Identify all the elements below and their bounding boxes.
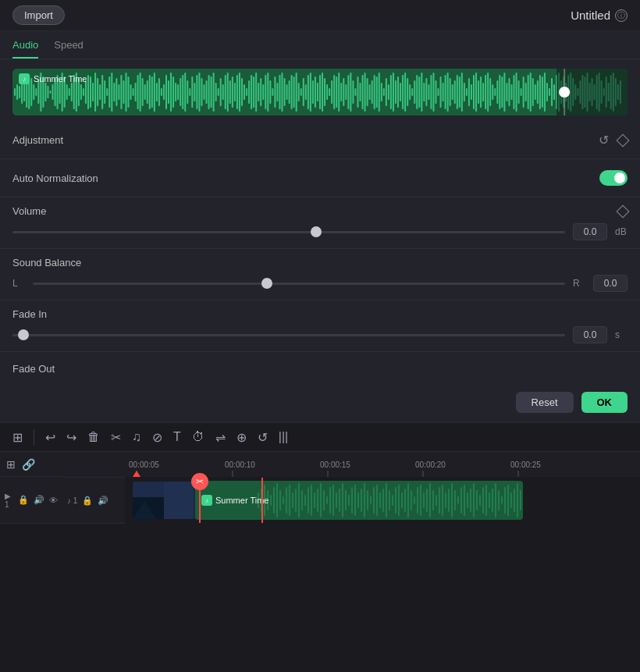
grid-icon[interactable]: ⊞	[12, 430, 23, 445]
text-icon[interactable]: T	[173, 430, 181, 444]
svg-rect-340	[448, 489, 450, 512]
svg-rect-216	[521, 88, 522, 96]
volume-value[interactable]: 0.0	[573, 223, 607, 240]
reset-button[interactable]: Reset	[516, 392, 574, 413]
rewind-icon[interactable]: ↺	[258, 430, 268, 445]
svg-rect-213	[514, 75, 515, 109]
svg-rect-88	[218, 88, 219, 96]
waveform-container[interactable]: ♪ Summer Time // Generate waveform bars …	[12, 69, 628, 116]
svg-rect-356	[498, 490, 500, 510]
fade-in-slider[interactable]	[12, 334, 565, 336]
adjust-icon[interactable]: ⇌	[215, 430, 226, 445]
svg-text:00:00:10: 00:00:10	[225, 460, 255, 469]
svg-rect-346	[467, 492, 468, 508]
volume-thumb[interactable]	[311, 226, 322, 237]
svg-rect-69	[172, 76, 174, 108]
svg-rect-41	[106, 88, 108, 96]
svg-rect-151	[367, 78, 368, 106]
svg-rect-294	[304, 495, 306, 506]
svg-rect-121	[296, 73, 297, 112]
svg-rect-324	[398, 485, 400, 516]
keyframe-icon[interactable]	[617, 133, 630, 147]
svg-rect-146	[354, 88, 356, 96]
svg-rect-49	[125, 73, 126, 112]
svg-rect-195	[471, 84, 472, 100]
svg-rect-96	[236, 75, 238, 109]
info-icon[interactable]: ⓘ	[615, 9, 628, 22]
waveform-icon[interactable]: |||	[279, 430, 288, 444]
svg-rect-334	[429, 483, 431, 517]
svg-rect-190	[459, 76, 460, 108]
cut-icon[interactable]: ✂	[111, 430, 121, 445]
auto-normalization-row: Auto Normalization	[0, 162, 640, 194]
svg-rect-144	[350, 73, 351, 112]
video-lock-icon[interactable]: 🔒	[18, 495, 29, 505]
link-icon[interactable]: ⊘	[152, 430, 162, 445]
timer-icon[interactable]: ⏱	[192, 430, 204, 444]
auto-normalization-toggle[interactable]	[599, 170, 628, 186]
import-button[interactable]: Import	[12, 5, 65, 25]
balance-value[interactable]: 0.0	[593, 275, 628, 292]
audio-lock-icon[interactable]: 🔒	[82, 496, 93, 506]
balance-slider[interactable]	[33, 283, 565, 285]
balance-thumb[interactable]	[261, 278, 272, 289]
audio-clip[interactable]: ♪ Summer Time	[195, 481, 523, 520]
tab-bar: Audio Speed	[0, 31, 640, 59]
video-eye-icon[interactable]: 👁	[49, 496, 58, 505]
svg-rect-158	[383, 88, 385, 96]
svg-rect-54	[137, 75, 139, 109]
svg-rect-36	[94, 73, 96, 112]
svg-rect-113	[276, 83, 278, 101]
svg-rect-122	[298, 83, 300, 101]
svg-rect-25	[69, 88, 70, 96]
audio-icon[interactable]: ♫	[132, 430, 141, 444]
tab-audio[interactable]: Audio	[12, 39, 38, 59]
svg-rect-162	[393, 73, 394, 112]
svg-rect-134	[326, 84, 328, 100]
audio-speaker-icon[interactable]: 🔊	[98, 496, 108, 506]
svg-rect-189	[457, 75, 458, 109]
svg-rect-176	[425, 78, 427, 106]
svg-rect-137	[333, 75, 335, 109]
overlay-icon[interactable]: ⊕	[236, 430, 247, 445]
fade-in-thumb[interactable]	[18, 329, 29, 340]
svg-rect-154	[374, 75, 375, 109]
svg-rect-360	[510, 492, 512, 508]
svg-rect-289	[289, 485, 290, 516]
svg-rect-323	[395, 487, 396, 514]
delete-icon[interactable]: 🗑	[87, 430, 100, 444]
tab-speed[interactable]: Speed	[54, 39, 84, 59]
svg-rect-43	[111, 73, 112, 112]
link-track-icon[interactable]: 🔗	[22, 458, 35, 471]
svg-rect-187	[452, 84, 453, 100]
volume-slider[interactable]	[12, 231, 565, 233]
svg-rect-315	[370, 496, 372, 504]
svg-rect-351	[482, 487, 484, 514]
video-audio-icon[interactable]: 🔊	[34, 495, 44, 505]
add-track-icon[interactable]: ⊞	[6, 458, 16, 471]
undo-icon[interactable]: ↺	[599, 133, 609, 148]
svg-rect-165	[400, 83, 401, 101]
svg-rect-359	[507, 485, 509, 516]
fade-in-control: Fade In 0.0 s	[0, 304, 640, 348]
svg-rect-97	[239, 73, 240, 112]
adjustment-label: Adjustment	[12, 134, 63, 146]
svg-rect-103	[253, 76, 254, 108]
svg-rect-341	[451, 483, 453, 517]
playhead-line: ✂	[199, 477, 201, 523]
svg-rect-129	[315, 76, 316, 108]
redo-icon[interactable]: ↪	[66, 430, 76, 445]
volume-keyframe-icon[interactable]	[617, 204, 630, 218]
ok-button[interactable]: OK	[581, 392, 628, 413]
svg-rect-72	[180, 78, 181, 106]
svg-rect-44	[113, 83, 115, 101]
svg-rect-55	[140, 73, 141, 112]
fade-in-value[interactable]: 0.0	[573, 326, 607, 343]
svg-rect-125	[305, 84, 307, 100]
svg-rect-357	[501, 496, 503, 504]
audio-track-row: ♪ 1 🔒 🔊 ♪ Summer Time	[62, 477, 125, 524]
undo-icon[interactable]: ↩	[45, 430, 55, 445]
fade-in-label: Fade In	[12, 308, 47, 320]
timeline-ruler: 00:00:05 00:00:10 00:00:15 00:00:20 00:0…	[62, 452, 640, 477]
svg-rect-224	[539, 75, 541, 109]
